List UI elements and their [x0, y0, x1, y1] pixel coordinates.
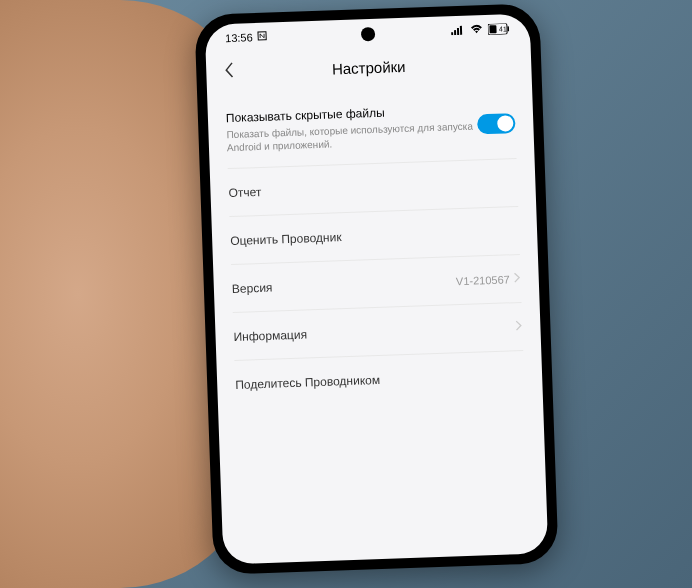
nfc-icon: [256, 31, 266, 43]
version-value: V1-210567: [455, 273, 509, 287]
setting-label: Поделитесь Проводником: [235, 373, 380, 392]
back-button[interactable]: [223, 61, 244, 83]
status-right: 41: [450, 23, 509, 36]
toggle-knob: [497, 115, 514, 132]
setting-description: Показать файлы, которые используются для…: [226, 119, 478, 154]
chevron-right-icon: [515, 319, 523, 334]
setting-text: Показывать скрытые файлы Показать файлы,…: [225, 102, 477, 154]
phone-device: 13:56 41 Настройки: [194, 3, 558, 575]
svg-text:41: 41: [498, 25, 506, 32]
settings-list: Показывать скрытые файлы Показать файлы,…: [207, 86, 543, 409]
setting-label: Оценить Проводник: [229, 230, 341, 248]
toggle-switch[interactable]: [476, 113, 515, 134]
svg-rect-2: [454, 30, 456, 35]
setting-label: Версия: [231, 280, 272, 295]
setting-label: Информация: [233, 327, 307, 344]
svg-rect-3: [456, 28, 458, 35]
setting-label: Отчет: [228, 184, 261, 199]
battery-icon: 41: [487, 23, 509, 35]
svg-rect-1: [451, 32, 453, 35]
setting-right: V1-210567: [455, 271, 520, 288]
setting-hidden-files[interactable]: Показывать скрытые файлы Показать файлы,…: [225, 87, 516, 169]
svg-rect-4: [459, 26, 461, 35]
camera-notch: [360, 27, 374, 41]
svg-rect-6: [489, 25, 496, 33]
chevron-right-icon: [513, 271, 521, 286]
wifi-icon: [469, 24, 482, 34]
signal-icon: [450, 25, 464, 35]
status-left: 13:56: [224, 31, 266, 44]
phone-screen: 13:56 41 Настройки: [204, 13, 548, 564]
status-time: 13:56: [224, 31, 252, 44]
page-title: Настройки: [331, 58, 405, 78]
setting-share[interactable]: Поделитесь Проводником: [234, 351, 524, 409]
